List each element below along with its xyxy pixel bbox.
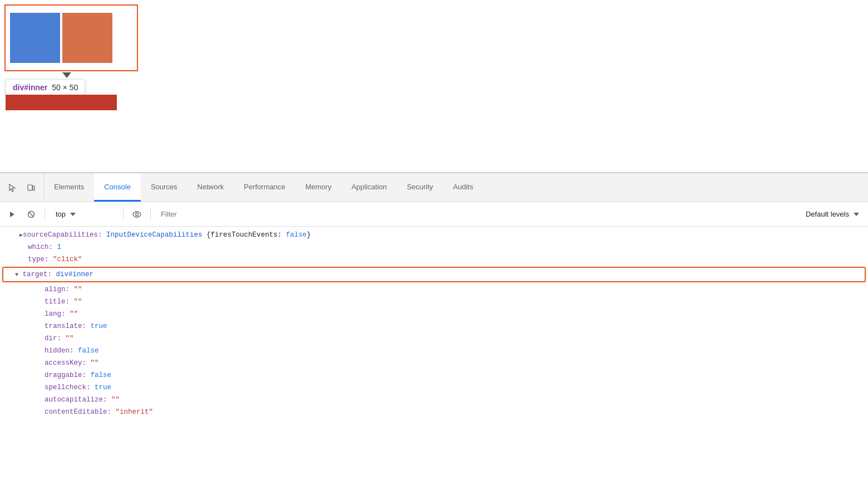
tab-performance[interactable]: Performance xyxy=(234,173,295,202)
console-toolbar: top Default levels xyxy=(0,202,868,227)
toolbar-divider-3 xyxy=(150,208,151,221)
browser-page: div#inner 50 × 50 xyxy=(0,0,868,173)
element-highlight-box xyxy=(4,4,138,71)
inspect-icon-button[interactable] xyxy=(4,180,20,195)
console-line-title: title: "" xyxy=(0,296,868,308)
tab-console[interactable]: Console xyxy=(94,173,141,202)
svg-point-8 xyxy=(136,213,139,215)
console-line-dir: dir: "" xyxy=(0,332,868,345)
console-line-spellcheck: spellcheck: true xyxy=(0,381,868,394)
console-line-autocapitalize: autocapitalize: "" xyxy=(0,394,868,406)
eye-icon-button[interactable] xyxy=(129,207,145,222)
devtools-panel: Elements Console Sources Network Perform… xyxy=(0,173,868,490)
toolbar-divider-1 xyxy=(45,208,45,221)
devtools-icon-buttons xyxy=(0,173,44,202)
tooltip-element-name: div#inner xyxy=(13,83,47,92)
console-line-target: ▼ target: div#inner xyxy=(2,267,866,282)
svg-rect-1 xyxy=(33,186,34,190)
svg-marker-3 xyxy=(10,212,14,217)
toolbar-divider-2 xyxy=(123,208,124,221)
console-line-align: align: "" xyxy=(0,283,868,296)
orange-square xyxy=(62,13,112,63)
svg-point-2 xyxy=(29,189,30,189)
console-line-type: type: "click" xyxy=(0,253,868,266)
blue-square xyxy=(10,13,60,63)
console-line-translate: translate: true xyxy=(0,320,868,332)
context-selector[interactable]: top xyxy=(51,207,117,221)
tab-sources[interactable]: Sources xyxy=(141,173,188,202)
tooltip-dimensions: 50 × 50 xyxy=(52,83,78,92)
svg-point-7 xyxy=(133,212,141,217)
element-tooltip: div#inner 50 × 50 xyxy=(6,79,85,96)
red-rectangle xyxy=(6,95,117,110)
block-icon-button[interactable] xyxy=(23,207,39,222)
triangle-marker xyxy=(62,72,71,78)
svg-line-5 xyxy=(29,212,33,217)
console-line-contenteditable: contentEditable: "inherit" xyxy=(0,406,868,418)
tab-audits[interactable]: Audits xyxy=(443,173,483,202)
tab-application[interactable]: Application xyxy=(342,173,397,202)
console-line-lang: lang: "" xyxy=(0,308,868,320)
default-levels-dropdown[interactable]: Default levels xyxy=(801,208,864,220)
tab-memory[interactable]: Memory xyxy=(295,173,342,202)
tab-network[interactable]: Network xyxy=(188,173,234,202)
tab-security[interactable]: Security xyxy=(397,173,443,202)
device-toolbar-icon-button[interactable] xyxy=(23,180,39,195)
filter-input[interactable] xyxy=(156,208,798,220)
console-line-which: which: 1 xyxy=(0,241,868,253)
execute-icon-button[interactable] xyxy=(4,207,20,222)
console-line-hidden: hidden: false xyxy=(0,345,868,357)
console-output: ▶sourceCapabilities: InputDeviceCapabili… xyxy=(0,227,868,490)
svg-marker-6 xyxy=(70,213,76,216)
console-line-accesskey: accessKey: "" xyxy=(0,357,868,369)
console-line-draggable: draggable: false xyxy=(0,369,868,381)
svg-marker-9 xyxy=(854,213,859,216)
devtools-tabs-bar: Elements Console Sources Network Perform… xyxy=(0,173,868,202)
tab-elements[interactable]: Elements xyxy=(44,173,94,202)
console-line-sourcecap: ▶sourceCapabilities: InputDeviceCapabili… xyxy=(0,229,868,241)
